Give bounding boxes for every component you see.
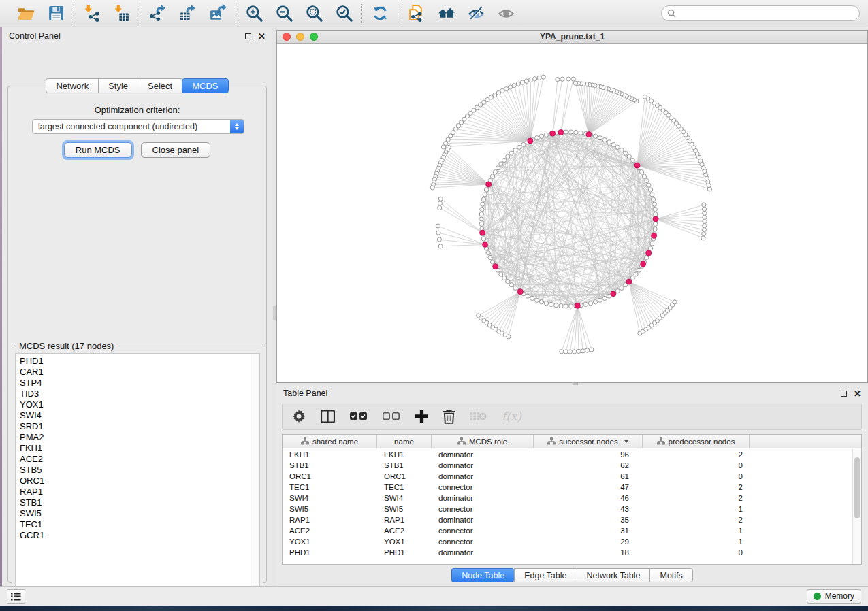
mcds-list-scrollbar[interactable] <box>251 354 259 594</box>
cell-successor-nodes: 62 <box>534 461 643 469</box>
table-row[interactable]: PHD1PHD1dominator180 <box>283 547 852 558</box>
toolbar-separator <box>398 4 398 23</box>
close-panel-icon[interactable]: ✕ <box>258 33 266 39</box>
select-all-icon[interactable] <box>350 408 368 425</box>
table-row[interactable]: SWI5SWI5connector431 <box>283 503 852 514</box>
delete-icon[interactable] <box>443 408 455 425</box>
mcds-result-item[interactable]: PHD1 <box>20 356 259 367</box>
zoom-out-icon[interactable] <box>274 4 293 23</box>
cell-name: PHD1 <box>377 548 432 557</box>
mcds-result-item[interactable]: RAP1 <box>20 486 259 497</box>
import-network-icon[interactable] <box>82 4 101 23</box>
tab-motifs[interactable]: Motifs <box>649 568 692 582</box>
mcds-result-item[interactable]: STB5 <box>20 465 259 476</box>
mcds-result-item[interactable]: SWI5 <box>20 508 259 519</box>
tab-network[interactable]: Network <box>46 78 98 93</box>
search-input[interactable] <box>679 9 854 18</box>
mcds-result-item[interactable]: STB1 <box>20 497 259 508</box>
tab-select[interactable]: Select <box>138 78 182 93</box>
refresh-icon[interactable] <box>370 4 389 23</box>
cell-MCDS-role: connector <box>432 483 534 491</box>
cell-shared-name: ORC1 <box>283 472 377 480</box>
table-row[interactable]: RAP1RAP1dominator352 <box>283 514 852 525</box>
hide-selected-icon[interactable] <box>466 4 485 23</box>
memory-button[interactable]: Memory <box>807 589 861 604</box>
mcds-result-item[interactable]: TEC1 <box>20 519 259 530</box>
add-icon[interactable] <box>415 408 428 425</box>
search-field[interactable] <box>661 5 860 21</box>
column-header-name[interactable]: name <box>377 435 432 448</box>
network-view-window: YPA_prune.txt_1 <box>276 30 868 383</box>
cell-successor-nodes: 35 <box>534 516 643 524</box>
mcds-result-title: MCDS result (17 nodes) <box>16 341 116 351</box>
control-panel-tabs: NetworkStyleSelectMCDS <box>2 78 272 93</box>
optimization-criterion-value: largest connected component (undirected) <box>33 122 230 131</box>
optimization-criterion-select[interactable]: largest connected component (undirected) <box>32 119 244 134</box>
mcds-result-item[interactable]: STP4 <box>20 378 259 389</box>
zoom-fit-icon[interactable] <box>304 4 323 23</box>
tab-style[interactable]: Style <box>98 78 138 93</box>
import-table-icon[interactable] <box>112 4 131 23</box>
mcds-result-item[interactable]: PMA2 <box>20 432 259 443</box>
column-header-predecessor-nodes[interactable]: predecessor nodes <box>643 435 750 448</box>
column-header-successor-nodes[interactable]: successor nodes <box>534 435 643 448</box>
clone-network-icon[interactable] <box>406 4 425 23</box>
cell-name: ORC1 <box>377 472 432 480</box>
float-panel-icon[interactable] <box>245 33 251 39</box>
cell-MCDS-role: dominator <box>432 472 534 480</box>
close-panel-icon[interactable]: ✕ <box>854 391 861 397</box>
tab-edge-table[interactable]: Edge Table <box>514 568 576 582</box>
network-canvas[interactable] <box>277 44 867 382</box>
settings-icon[interactable] <box>292 408 306 425</box>
task-history-button[interactable] <box>7 589 25 604</box>
cell-successor-nodes: 46 <box>534 494 643 502</box>
mcds-result-item[interactable]: ORC1 <box>20 476 259 486</box>
mcds-result-item[interactable]: YOX1 <box>20 399 259 410</box>
open-icon[interactable] <box>16 4 35 23</box>
mcds-result-item[interactable]: GCR1 <box>20 530 259 541</box>
table-row[interactable]: TEC1TEC1connector472 <box>283 482 852 493</box>
mcds-result-list[interactable]: PHD1CAR1STP4TID3YOX1SWI4SRD1PMA2FKH1ACE2… <box>15 353 260 595</box>
export-network-icon[interactable] <box>148 4 167 23</box>
save-icon[interactable] <box>46 4 65 23</box>
scrollbar-thumb[interactable] <box>854 457 860 518</box>
table-row[interactable]: FKH1FKH1dominator962 <box>283 449 852 460</box>
close-panel-button[interactable]: Close panel <box>141 142 211 158</box>
table-row[interactable]: ORC1ORC1dominator610 <box>283 471 852 482</box>
table-row[interactable]: ACE2ACE2connector311 <box>283 525 852 536</box>
export-image-icon[interactable] <box>208 4 227 23</box>
zoom-in-icon[interactable] <box>244 4 263 23</box>
tab-node-table[interactable]: Node Table <box>451 568 514 582</box>
table-scrollbar[interactable] <box>852 449 861 564</box>
task-list-icon <box>11 592 21 601</box>
cell-shared-name: ACE2 <box>283 527 377 535</box>
mcds-result-item[interactable]: FKH1 <box>20 443 259 454</box>
column-header-MCDS-role[interactable]: MCDS role <box>432 435 534 448</box>
table-row[interactable]: STB1STB1dominator620 <box>283 460 852 471</box>
first-neighbors-icon[interactable] <box>436 4 455 23</box>
mcds-result-item[interactable]: ACE2 <box>20 454 259 465</box>
cell-predecessor-nodes: 0 <box>643 472 750 480</box>
column-type-icon <box>457 437 466 445</box>
mcds-result-item[interactable]: TID3 <box>20 389 259 399</box>
tab-mcds[interactable]: MCDS <box>182 78 228 93</box>
tab-network-table[interactable]: Network Table <box>577 568 650 582</box>
cell-MCDS-role: connector <box>432 538 534 546</box>
network-graph <box>277 44 867 382</box>
columns-icon[interactable] <box>321 408 335 425</box>
table-row[interactable]: YOX1YOX1connector291 <box>283 536 852 547</box>
mcds-result-item[interactable]: SRD1 <box>20 421 259 432</box>
zoom-selected-icon[interactable] <box>334 4 353 23</box>
float-panel-icon[interactable] <box>841 391 847 397</box>
table-row[interactable]: SWI4SWI4dominator462 <box>283 493 852 503</box>
deselect-all-icon[interactable] <box>383 408 400 425</box>
export-table-icon[interactable] <box>178 4 197 23</box>
column-label: name <box>394 437 414 446</box>
column-header-shared-name[interactable]: shared name <box>283 435 377 448</box>
mcds-result-item[interactable]: CAR1 <box>20 367 259 378</box>
run-mcds-button[interactable]: Run MCDS <box>64 142 132 158</box>
mcds-result-item[interactable]: SWI4 <box>20 410 259 421</box>
network-window-titlebar[interactable]: YPA_prune.txt_1 <box>277 31 867 44</box>
cell-MCDS-role: dominator <box>432 548 534 557</box>
show-all-icon[interactable] <box>496 4 515 23</box>
